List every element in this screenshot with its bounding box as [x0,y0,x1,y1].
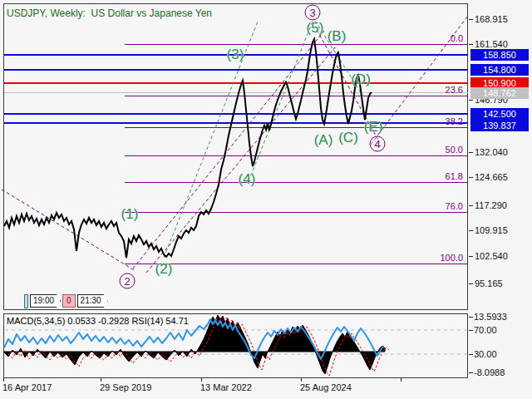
y-axis-tick [469,44,473,45]
x-axis-tick [201,378,202,382]
indicator-label: MACD(5,34,5) 0.0533 -0.2928 RSI(14) 54.7… [7,316,189,326]
y-axis-label: 102.540 [475,251,508,261]
wave-label-green: (A) [314,132,333,149]
x-axis-tick [301,378,302,382]
chart-title: USDJPY, Weekly: US Dollar vs Japanese Ye… [7,7,212,19]
gray-level-line [4,92,468,93]
x-axis-label: 29 Sep 2019 [100,382,151,392]
wave-label-green: (5) [307,20,324,37]
indicator-axis-tick [469,372,473,373]
fib-line [125,182,468,183]
fib-line [125,127,468,128]
y-axis-tick [469,19,473,20]
y-axis-tick [469,177,473,178]
fib-label: 38.2 [413,116,463,126]
y-axis-tick [469,230,473,231]
x-axis-label: 13 Mar 2022 [200,382,252,392]
session-widget: 19:00 0 21:30 [24,293,108,309]
x-axis-tick [101,378,101,382]
y-axis-tick [469,283,473,284]
x-axis-label: 25 Aug 2024 [300,382,352,392]
fib-line [125,212,468,213]
blue-level-line [4,113,468,115]
fib-label: 100.0 [413,253,463,263]
red-level-line [4,82,468,84]
y-axis-label: 161.540 [475,39,508,49]
fib-line [125,155,468,156]
price-marker-blue: 139.837 [470,120,529,131]
fib-label: 50.0 [413,145,463,155]
y-axis-label: 168.915 [475,14,508,24]
blue-level-line [4,122,468,124]
wave-label-green: (D) [351,71,371,88]
wave-label-green: (2) [155,261,173,278]
fib-line [125,96,468,96]
wave-label-green: (C) [338,130,358,146]
y-axis-tick [469,205,473,206]
session-count-box[interactable]: 0 [62,294,76,308]
session-end-box[interactable]: 21:30 [77,294,108,308]
wave-label-circled: 3 [305,5,321,21]
y-axis-label: 109.915 [475,225,508,235]
fib-label: 23.6 [413,85,463,95]
y-axis-label: 132.040 [475,147,508,157]
fib-label: 61.8 [413,171,463,181]
wave-label-green: (1) [121,206,139,223]
wave-label-green: (3) [227,47,244,63]
x-axis-tick [3,378,4,382]
wave-label-green: (4) [239,171,256,188]
price-marker-gray: 148.762 [470,87,529,99]
session-tag-icon [24,294,28,308]
y-axis-label: 124.665 [475,172,508,182]
indicator-axis-label: 30.00 [474,349,497,359]
x-axis-tick [401,378,401,382]
indicator-axis-tick [469,330,473,331]
y-axis-tick [469,100,473,101]
fib-line [125,264,468,264]
fib-label: 76.0 [413,201,463,211]
fib-label: 0.0 [413,33,463,43]
indicator-axis-label: 13.5933 [474,312,507,322]
wave-label-circled: 4 [370,136,386,152]
wave-label-circled: 2 [120,273,135,289]
indicator-axis-label: 70.00 [474,325,497,335]
wave-label-green: (E) [364,119,383,135]
fib-line [125,44,468,45]
y-axis-tick [469,256,473,257]
y-axis-label: 117.290 [475,200,507,210]
price-marker-blue: 158.850 [470,49,529,61]
price-marker-blue: 154.800 [470,64,529,76]
blue-level-line [4,69,468,71]
y-axis-tick [469,152,473,153]
indicator-axis-label: -8.0988 [474,367,505,377]
session-start-box[interactable]: 19:00 [30,294,61,308]
price-marker-blue: 142.500 [470,108,529,120]
y-axis-label: 95.165 [475,278,503,288]
wave-label-green: (B) [328,28,347,45]
indicator-axis-tick [469,317,473,318]
indicator-axis-tick [469,354,473,355]
trading-chart-window: USDJPY, Weekly: US Dollar vs Japanese Ye… [0,0,532,399]
x-axis-label: 16 Apr 2017 [2,382,52,392]
